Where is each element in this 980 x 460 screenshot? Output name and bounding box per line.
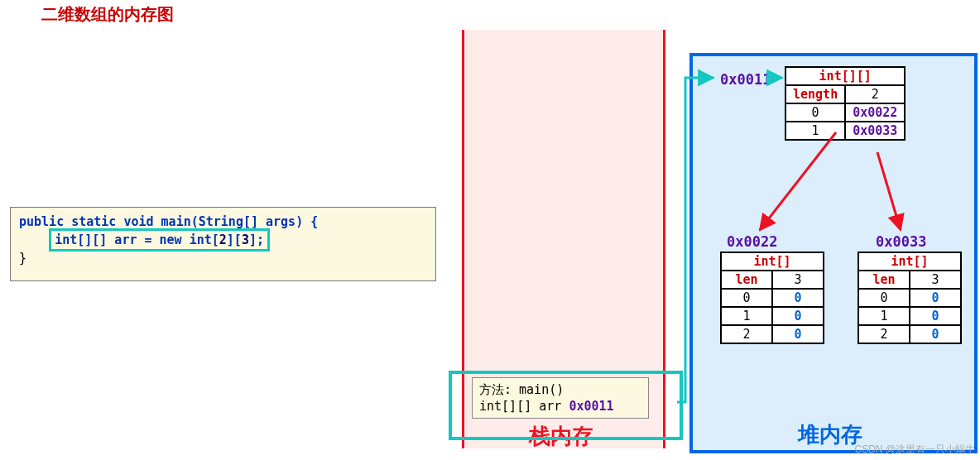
inner1-len-val: 3	[910, 271, 961, 289]
outer-idx-1: 1	[785, 122, 845, 140]
outer-len-lbl: length	[785, 85, 845, 103]
watermark: CSDN @这里有一只小蜗牛	[854, 443, 975, 457]
inner1-len-lbl: len	[858, 271, 910, 289]
outer-val-0: 0x0022	[845, 103, 905, 122]
code-line3: }	[19, 249, 427, 267]
heap-table-outer: int[][] length2 00x0022 10x0033	[785, 66, 906, 141]
inner0-len-val: 3	[772, 271, 824, 289]
heap-table-inner-0: int[] len3 00 10 20	[720, 252, 824, 344]
heap-table-inner-1: int[] len3 00 10 20	[858, 252, 962, 344]
diagram-root: 二维数组的内存图 public static void main(String[…	[0, 0, 980, 460]
heap-addr-0x0022: 0x0022	[727, 233, 777, 250]
stack-frame: 方法: main() int[][] arr 0x0011	[472, 377, 649, 419]
inner1-type: int[]	[858, 252, 961, 271]
code-line1: public static void main(String[] args) {	[19, 214, 318, 229]
code-box: public static void main(String[] args) {…	[10, 207, 436, 281]
code-highlight: int[][] arr = new int[2][3];	[49, 228, 270, 252]
outer-type: int[][]	[785, 67, 905, 85]
page-title: 二维数组的内存图	[41, 3, 174, 26]
stack-frame-var: int[][] arr	[479, 399, 569, 414]
stack-frame-addr: 0x0011	[569, 399, 613, 414]
outer-idx-0: 0	[785, 103, 845, 122]
inner0-type: int[]	[721, 252, 824, 271]
heap-addr-0x0011: 0x0011	[720, 71, 771, 88]
outer-len-val: 2	[845, 85, 905, 103]
stack-frame-method: 方法: main()	[479, 381, 641, 398]
inner0-len-lbl: len	[721, 271, 772, 289]
heap-addr-0x0033: 0x0033	[876, 233, 926, 250]
outer-val-1: 0x0033	[845, 122, 905, 140]
